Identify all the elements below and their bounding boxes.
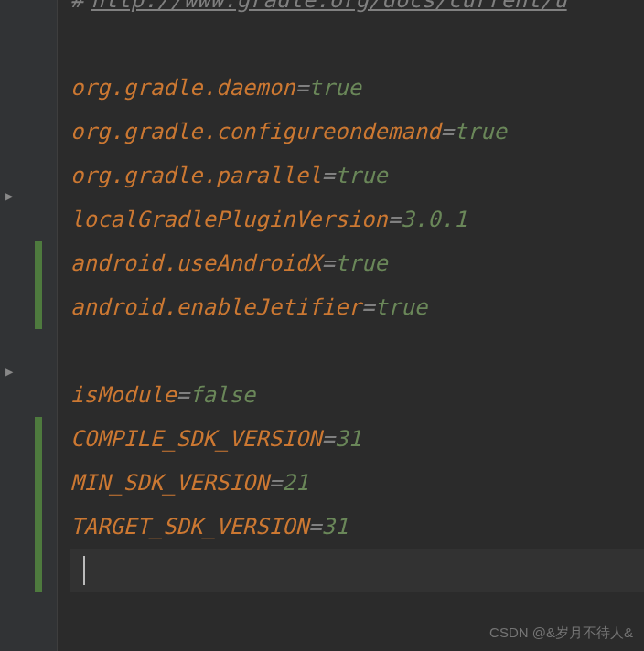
equals-sign: =	[295, 75, 308, 101]
code-line: isModule=false	[70, 373, 644, 417]
property-value: 31	[322, 514, 349, 539]
equals-sign: =	[322, 426, 335, 452]
property-value: 3.0.1	[401, 207, 467, 232]
property-value: true	[335, 163, 388, 188]
code-line: TARGET_SDK_VERSION=31	[70, 505, 644, 549]
equals-sign: =	[361, 294, 374, 320]
property-value: true	[308, 75, 361, 101]
fold-arrow-icon[interactable]: ▶	[5, 364, 13, 379]
code-line: localGradlePluginVersion=3.0.1	[70, 197, 644, 241]
property-key: localGradlePluginVersion	[70, 207, 388, 232]
property-key: isModule	[70, 382, 177, 408]
code-line: android.useAndroidX=true	[70, 241, 644, 285]
equals-sign: =	[388, 207, 401, 232]
change-marker	[35, 241, 42, 329]
code-line: org.gradle.parallel=true	[70, 154, 644, 197]
property-value: 31	[335, 426, 361, 452]
gutter: ▶ ▶	[0, 0, 57, 651]
current-line	[70, 549, 644, 592]
code-line: COMPILE_SDK_VERSION=31	[70, 417, 644, 461]
equals-sign: =	[269, 470, 282, 496]
property-value: 21	[282, 470, 308, 496]
code-area[interactable]: # http://www.gradle.org/docs/current/u o…	[57, 0, 644, 651]
property-key: android.useAndroidX	[70, 251, 322, 276]
editor-container: ▶ ▶ # http://www.gradle.org/docs/current…	[0, 0, 644, 651]
property-key: org.gradle.configureondemand	[70, 119, 441, 144]
blank-line	[70, 22, 644, 66]
property-key: org.gradle.daemon	[70, 75, 295, 101]
text-cursor	[83, 556, 85, 585]
property-value: true	[335, 251, 388, 276]
property-value: true	[374, 294, 427, 320]
property-key: TARGET_SDK_VERSION	[70, 514, 308, 539]
code-line: org.gradle.daemon=true	[70, 66, 644, 110]
equals-sign: =	[322, 251, 335, 276]
property-key: MIN_SDK_VERSION	[70, 470, 269, 496]
blank-line	[70, 329, 644, 373]
comment-url: http://www.gradle.org/docs/current/u	[91, 0, 566, 13]
code-line: org.gradle.configureondemand=true	[70, 110, 644, 154]
property-key: org.gradle.parallel	[70, 163, 322, 188]
property-value: false	[189, 382, 255, 408]
change-marker	[35, 417, 42, 592]
property-key: android.enableJetifier	[70, 294, 361, 320]
property-value: true	[454, 119, 507, 144]
equals-sign: =	[308, 514, 321, 539]
equals-sign: =	[441, 119, 454, 144]
equals-sign: =	[322, 163, 335, 188]
fold-arrow-icon[interactable]: ▶	[5, 188, 13, 203]
property-key: COMPILE_SDK_VERSION	[70, 426, 322, 452]
comment-hash: #	[70, 0, 83, 13]
code-line-comment: # http://www.gradle.org/docs/current/u	[70, 0, 644, 22]
equals-sign: =	[177, 382, 189, 408]
code-line: android.enableJetifier=true	[70, 285, 644, 329]
watermark: CSDN @&岁月不待人&	[489, 624, 633, 642]
code-line: MIN_SDK_VERSION=21	[70, 461, 644, 505]
